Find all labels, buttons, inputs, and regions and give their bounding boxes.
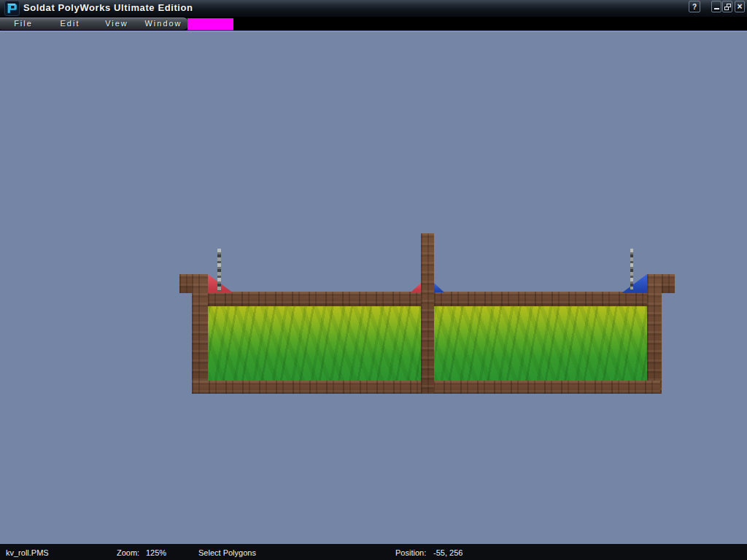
menu-item-view[interactable]: View <box>93 18 140 30</box>
minimize-glyph <box>714 8 719 9</box>
map-center-post[interactable] <box>421 233 434 394</box>
map-canvas[interactable] <box>0 31 747 544</box>
app-window: Soldat PolyWorks Ultimate Edition ? × Fi… <box>0 0 747 560</box>
status-tool-mode: Select Polygons <box>198 548 256 557</box>
map-left-wall[interactable] <box>192 274 208 394</box>
map-grass-fill-left[interactable] <box>208 306 421 381</box>
close-glyph: × <box>737 3 742 10</box>
title-bar: Soldat PolyWorks Ultimate Edition ? × <box>0 0 747 17</box>
menu-item-file[interactable]: File <box>0 18 47 30</box>
status-zoom-value: 125% <box>146 548 166 557</box>
map-right-wall[interactable] <box>647 274 662 394</box>
restore-icon[interactable] <box>722 1 732 12</box>
app-logo-icon[interactable] <box>4 1 20 16</box>
map-top-beam-right[interactable] <box>434 292 647 306</box>
help-glyph: ? <box>692 3 697 11</box>
minimize-icon[interactable] <box>711 1 721 12</box>
map-blue-ramp-right[interactable] <box>622 274 647 293</box>
status-position-value: -55, 256 <box>433 548 462 557</box>
menu-item-window[interactable]: Window <box>140 18 187 30</box>
menu-strip: File Edit View Window <box>0 18 188 30</box>
menu-bar: File Edit View Window <box>0 17 747 31</box>
close-icon[interactable]: × <box>735 1 745 12</box>
status-zoom-label: Zoom: <box>117 548 139 557</box>
map-top-beam-left[interactable] <box>208 292 421 306</box>
map-right-lip[interactable] <box>662 274 675 293</box>
map-pole-right[interactable] <box>630 249 633 289</box>
restore-glyph <box>724 4 731 10</box>
menu-item-edit[interactable]: Edit <box>47 18 93 30</box>
canvas-top-edge <box>0 31 747 32</box>
status-file-name: kv_roll.PMS <box>6 548 49 557</box>
window-title: Soldat PolyWorks Ultimate Edition <box>23 2 193 13</box>
menu-item-highlighted[interactable] <box>187 18 233 30</box>
status-position-label: Position: <box>395 548 426 557</box>
map-left-lip[interactable] <box>179 274 192 293</box>
help-icon[interactable]: ? <box>689 1 700 12</box>
map-grass-fill-right[interactable] <box>434 306 647 381</box>
map-pole-left[interactable] <box>217 249 221 291</box>
status-bar: kv_roll.PMS Zoom: 125% Select Polygons P… <box>0 544 747 560</box>
